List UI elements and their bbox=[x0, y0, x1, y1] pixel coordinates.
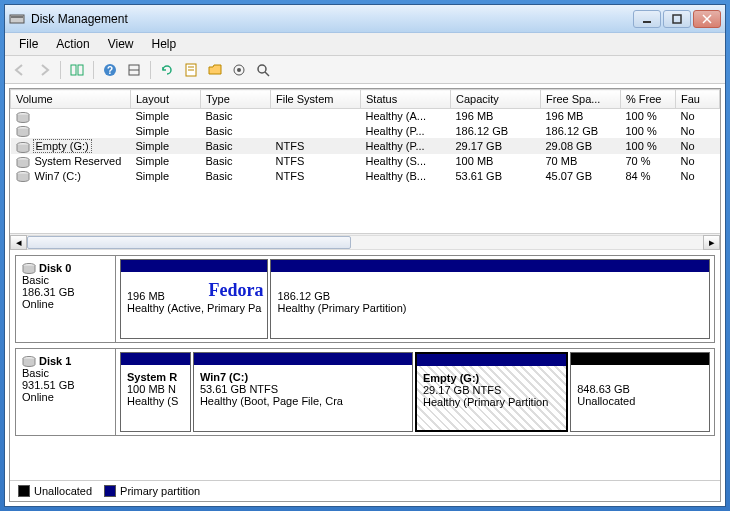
partition-header bbox=[121, 260, 267, 272]
svg-text:?: ? bbox=[107, 65, 113, 76]
svg-rect-6 bbox=[71, 65, 76, 75]
partition-detail: Healthy (Primary Partition bbox=[423, 396, 560, 408]
partition-label: System R bbox=[127, 371, 184, 383]
col-type[interactable]: Type bbox=[201, 90, 271, 109]
partition-detail: Healthy (Primary Partition) bbox=[277, 302, 703, 314]
disk-graphical-view[interactable]: Disk 0Basic186.31 GBOnline 196 MBHealthy… bbox=[10, 250, 720, 480]
open-folder-button[interactable] bbox=[204, 59, 226, 81]
minimize-button[interactable] bbox=[633, 10, 661, 28]
disk-row: Disk 1Basic931.51 GBOnlineSystem R100 MB… bbox=[15, 348, 715, 436]
back-button[interactable] bbox=[9, 59, 31, 81]
disk-name: Disk 0 bbox=[39, 262, 71, 274]
legend-unallocated: Unallocated bbox=[34, 485, 92, 497]
menu-help[interactable]: Help bbox=[144, 35, 185, 53]
partition[interactable]: System R100 MB NHealthy (S bbox=[120, 352, 191, 432]
svg-line-18 bbox=[265, 72, 269, 76]
search-button[interactable] bbox=[252, 59, 274, 81]
partition[interactable]: 186.12 GBHealthy (Primary Partition) bbox=[270, 259, 710, 339]
volume-name: System Reserved bbox=[33, 155, 124, 167]
disk-status: Online bbox=[22, 391, 109, 403]
table-row[interactable]: SimpleBasicHealthy (A...196 MB196 MB100 … bbox=[11, 109, 720, 124]
disk-status: Online bbox=[22, 298, 109, 310]
partition-header bbox=[571, 353, 709, 365]
partition-detail: Healthy (Active, Primary Pa bbox=[127, 302, 261, 314]
maximize-button[interactable] bbox=[663, 10, 691, 28]
col-fault[interactable]: Fau bbox=[676, 90, 720, 109]
col-layout[interactable]: Layout bbox=[131, 90, 201, 109]
table-row[interactable]: Empty (G:)SimpleBasicNTFSHealthy (P...29… bbox=[11, 138, 720, 154]
panes-button[interactable] bbox=[66, 59, 88, 81]
refresh-button[interactable] bbox=[156, 59, 178, 81]
partition-body: 186.12 GBHealthy (Primary Partition) bbox=[271, 272, 709, 338]
partition[interactable]: Win7 (C:)53.61 GB NTFSHealthy (Boot, Pag… bbox=[193, 352, 413, 432]
horizontal-scrollbar[interactable]: ◂ ▸ bbox=[10, 233, 720, 250]
col-pctfree[interactable]: % Free bbox=[621, 90, 676, 109]
drive-icon bbox=[16, 112, 30, 123]
partition-size: 29.17 GB NTFS bbox=[423, 384, 560, 396]
partition-detail: Unallocated bbox=[577, 395, 703, 407]
table-row[interactable]: Win7 (C:)SimpleBasicNTFSHealthy (B...53.… bbox=[11, 169, 720, 184]
table-row[interactable]: System ReservedSimpleBasicNTFSHealthy (S… bbox=[11, 154, 720, 169]
disk-size: 186.31 GB bbox=[22, 286, 109, 298]
partition[interactable]: 848.63 GBUnallocated bbox=[570, 352, 710, 432]
drive-icon bbox=[16, 126, 30, 137]
toolbar: ? bbox=[5, 56, 725, 84]
col-capacity[interactable]: Capacity bbox=[451, 90, 541, 109]
drive-icon bbox=[16, 157, 30, 168]
show-hide-button[interactable] bbox=[123, 59, 145, 81]
partition-size: 186.12 GB bbox=[277, 290, 703, 302]
menu-action[interactable]: Action bbox=[48, 35, 97, 53]
scroll-track[interactable] bbox=[27, 235, 703, 250]
column-headers[interactable]: Volume Layout Type File System Status Ca… bbox=[11, 90, 720, 109]
partition-label: Empty (G:) bbox=[423, 372, 560, 384]
partition[interactable]: 196 MBHealthy (Active, Primary PaFedora bbox=[120, 259, 268, 339]
settings-button[interactable] bbox=[228, 59, 250, 81]
col-filesystem[interactable]: File System bbox=[271, 90, 361, 109]
partition-header bbox=[417, 354, 566, 366]
legend-primary: Primary partition bbox=[120, 485, 200, 497]
col-volume[interactable]: Volume bbox=[11, 90, 131, 109]
window-title: Disk Management bbox=[31, 12, 633, 26]
col-freespace[interactable]: Free Spa... bbox=[541, 90, 621, 109]
volume-name: Win7 (C:) bbox=[33, 170, 83, 182]
disk-label[interactable]: Disk 1Basic931.51 GBOnline bbox=[16, 349, 116, 435]
disk-icon bbox=[22, 263, 36, 274]
menu-file[interactable]: File bbox=[11, 35, 46, 53]
svg-point-17 bbox=[258, 65, 266, 73]
scroll-left-button[interactable]: ◂ bbox=[10, 235, 27, 250]
svg-point-16 bbox=[237, 68, 241, 72]
disk-row: Disk 0Basic186.31 GBOnline 196 MBHealthy… bbox=[15, 255, 715, 343]
menubar: File Action View Help bbox=[5, 33, 725, 56]
forward-button[interactable] bbox=[33, 59, 55, 81]
disk-type: Basic bbox=[22, 274, 109, 286]
svg-rect-7 bbox=[78, 65, 83, 75]
titlebar[interactable]: Disk Management bbox=[5, 5, 725, 33]
scroll-right-button[interactable]: ▸ bbox=[703, 235, 720, 250]
col-status[interactable]: Status bbox=[361, 90, 451, 109]
partition-label: Win7 (C:) bbox=[200, 371, 406, 383]
svg-rect-1 bbox=[11, 16, 23, 18]
table-row[interactable]: SimpleBasicHealthy (P...186.12 GB186.12 … bbox=[11, 124, 720, 139]
disk-icon bbox=[22, 356, 36, 367]
partition[interactable]: Empty (G:)29.17 GB NTFSHealthy (Primary … bbox=[415, 352, 568, 432]
partition-detail: Healthy (S bbox=[127, 395, 184, 407]
properties-button[interactable] bbox=[180, 59, 202, 81]
scroll-thumb[interactable] bbox=[27, 236, 351, 249]
svg-rect-3 bbox=[673, 15, 681, 23]
partition-body: 196 MBHealthy (Active, Primary Pa bbox=[121, 272, 267, 338]
swatch-unallocated bbox=[18, 485, 30, 497]
disk-size: 931.51 GB bbox=[22, 379, 109, 391]
partition-body: Win7 (C:)53.61 GB NTFSHealthy (Boot, Pag… bbox=[194, 365, 412, 431]
help-button[interactable]: ? bbox=[99, 59, 121, 81]
disk-label[interactable]: Disk 0Basic186.31 GBOnline bbox=[16, 256, 116, 342]
swatch-primary bbox=[104, 485, 116, 497]
partition-size: 53.61 GB NTFS bbox=[200, 383, 406, 395]
drive-icon bbox=[16, 171, 30, 182]
volume-list[interactable]: Volume Layout Type File System Status Ca… bbox=[10, 89, 720, 233]
disk-management-window: Disk Management File Action View Help ? bbox=[4, 4, 726, 507]
partition-header bbox=[121, 353, 190, 365]
partition-size: 100 MB N bbox=[127, 383, 184, 395]
menu-view[interactable]: View bbox=[100, 35, 142, 53]
close-button[interactable] bbox=[693, 10, 721, 28]
app-icon bbox=[9, 11, 25, 27]
